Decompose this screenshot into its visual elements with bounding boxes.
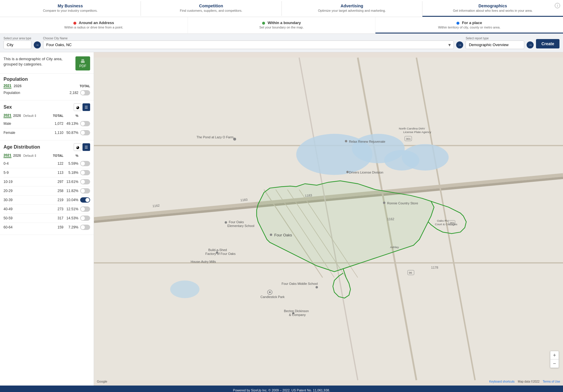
age-toggle-5-9[interactable] [80,170,90,175]
age-toggle-20-29[interactable] [80,188,90,194]
nav-competition-title: Competition [144,4,279,8]
age-row-50-59: 50-59 317 14.53% [4,214,90,223]
footer: Powered by SizeUp Inc. © 2009 – 2022. US… [0,386,563,392]
sex-year-2021[interactable]: 2021 [4,113,11,118]
svg-text:North Carolina DMV: North Carolina DMV [399,127,425,130]
population-total-label: TOTAL [80,84,90,88]
location-bar: Around an Address Within a radius or dri… [0,17,563,34]
create-button[interactable]: Create [536,39,559,48]
svg-rect-18 [270,233,272,236]
tab-for-a-place-sub: Within territory of city, county or metr… [378,26,560,29]
city-name-input[interactable] [43,41,454,49]
sex-total-header: TOTAL [49,114,63,117]
map-bottom-text: Keyboard shortcuts Map data ©2022 Terms … [489,380,560,383]
tab-within-boundary[interactable]: Within a boundary Set your boundary on t… [188,17,376,33]
sex-male-label: Male [4,122,49,126]
age-chart-btn[interactable]: ◕ [74,143,81,151]
nav-my-business-sub: Compare to your industry competitors. [3,9,138,12]
svg-point-41 [316,286,318,288]
report-type-label: Select report type [466,37,524,40]
age-toggle-50-59[interactable] [80,216,90,221]
sex-default-sort[interactable]: Default ⇕ [23,114,37,118]
age-year-2021[interactable]: 2021 [4,153,11,158]
info-icon[interactable]: i [555,3,560,8]
zoom-in-button[interactable]: + [550,351,559,359]
arrow-btn-1[interactable]: → [34,41,41,48]
age-value-50-59: 317 [49,216,63,220]
population-year-2026[interactable]: 2026 [14,84,22,88]
sex-female-toggle[interactable] [80,130,90,135]
age-title: Age Distribution [4,144,73,150]
svg-text:1183: 1183 [305,194,312,198]
age-toggle-10-19[interactable] [80,179,90,184]
tab-around-address-title: Around an Address [3,21,185,25]
zoom-out-button[interactable]: − [550,359,559,368]
map-area[interactable]: Four Oaks 1162 1183 1183 1162 1178 The P… [94,52,563,386]
tab-around-address[interactable]: Around an Address Within a radius or dri… [0,17,188,33]
arrow-btn-3[interactable]: → [527,41,534,48]
population-label: Population [4,91,64,95]
sex-female-value: 1,110 [49,131,63,135]
dot-green [262,22,265,25]
age-toggle-60-64[interactable] [80,225,90,230]
svg-text:Drivers License Division: Drivers License Division [349,171,383,174]
sex-header-row: Sex ◕ ☰ [4,103,90,111]
svg-point-35 [225,221,227,223]
age-row-40-49: 40-49 273 12.51% [4,205,90,214]
age-label-40-49: 40-49 [4,207,49,211]
map-attribution: Google [97,380,107,383]
sex-male-toggle[interactable] [80,121,90,126]
age-row-60-64: 60-64 159 7.29% [4,223,90,232]
top-nav: My Business Compare to your industry com… [0,0,563,17]
age-toggle-40-49[interactable] [80,206,90,212]
sex-female-label: Female [4,131,49,135]
population-toggle[interactable] [80,90,90,95]
nav-my-business-title: My Business [3,4,138,8]
population-value: 2,182 [64,91,78,95]
population-section: Population 2021 2026 TOTAL Population 2,… [0,74,94,100]
nav-advertising-title: Advertising [285,4,419,8]
svg-point-26 [233,138,236,141]
age-list-btn[interactable]: ☰ [82,143,90,151]
keyboard-shortcuts-link[interactable]: Keyboard shortcuts [489,380,515,383]
area-type-select[interactable]: City [4,41,31,49]
age-default-sort[interactable]: Default ⇕ [23,154,37,158]
svg-text:96: 96 [409,271,412,274]
age-toggle-30-39[interactable] [80,197,90,203]
sex-female-pct: 50.87% [65,131,78,135]
nav-competition[interactable]: Competition Find customers, suppliers, a… [141,0,282,17]
sex-chart-btn[interactable]: ◕ [74,103,81,111]
age-label-20-29: 20-29 [4,189,49,193]
nav-my-business[interactable]: My Business Compare to your industry com… [0,0,141,17]
age-toggle-0-4[interactable] [80,161,90,166]
svg-text:301: 301 [406,137,411,140]
svg-point-16 [170,280,200,298]
city-name-label: Choose City Name [43,37,454,40]
svg-text:The Pond at Lazy O Farm: The Pond at Lazy O Farm [197,135,234,139]
sex-pct-header: % [65,114,78,117]
terms-link[interactable]: Terms of Use [543,380,560,383]
age-year-2026[interactable]: 2026 [13,154,21,158]
nav-advertising[interactable]: Advertising Optimize your target adverti… [282,0,422,17]
svg-text:Elementary School: Elementary School [227,224,254,228]
age-pct-60-64: 7.29% [65,225,78,229]
age-label-5-9: 5-9 [4,171,49,175]
sex-list-btn[interactable]: ☰ [82,103,90,111]
population-year-2021[interactable]: 2021 [4,84,11,88]
svg-text:Court & Cottages: Court & Cottages [435,223,457,226]
svg-text:Four Oaks: Four Oaks [274,233,292,237]
age-pct-50-59: 14.53% [65,216,78,220]
sex-year-2026[interactable]: 2026 [13,114,21,118]
age-value-30-39: 219 [49,198,63,202]
report-type-select[interactable]: Demographic Overview [466,41,524,49]
age-pct-20-29: 11.82% [65,189,78,193]
age-value-10-19: 297 [49,180,63,184]
tab-for-a-place[interactable]: For a place Within territory of city, co… [375,17,563,33]
svg-text:Four Oaks Middle School: Four Oaks Middle School [282,282,318,285]
dot-red [73,22,76,25]
left-panel: This is a demographic of City area, grou… [0,52,94,386]
nav-demographics[interactable]: Demographics Get information about who l… [422,0,563,17]
age-row-10-19: 10-19 297 13.61% [4,177,90,186]
arrow-btn-2[interactable]: → [456,41,463,48]
pdf-button[interactable]: 🖶 PDF [75,56,90,70]
